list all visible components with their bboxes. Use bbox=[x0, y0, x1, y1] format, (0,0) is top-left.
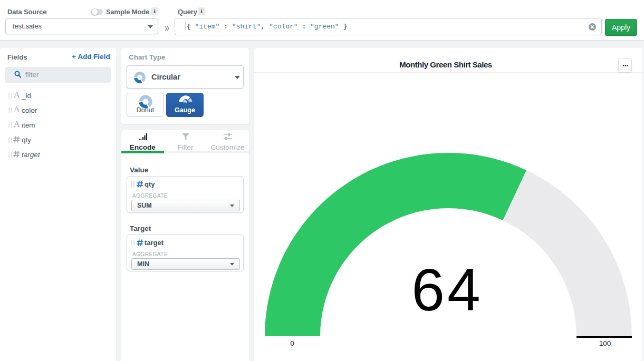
svg-text:100: 100 bbox=[599, 339, 611, 347]
svg-text:0: 0 bbox=[290, 339, 294, 347]
svg-text:64: 64 bbox=[411, 257, 483, 323]
